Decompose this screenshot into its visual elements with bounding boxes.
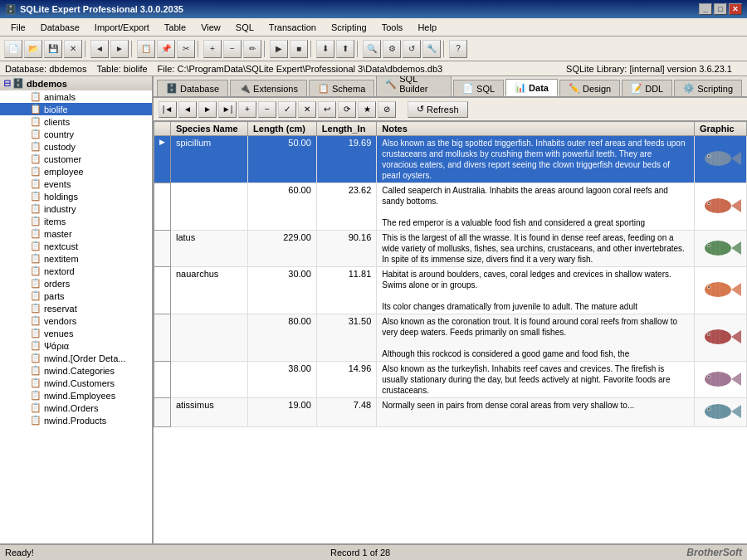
nav-delete-row[interactable]: − [258, 101, 276, 118]
tab-sql-builder[interactable]: 🔨 SQL Builder [376, 76, 452, 96]
toolbar-refresh[interactable]: ↺ [403, 40, 421, 58]
toolbar-cut[interactable]: ✂ [177, 40, 195, 58]
data-table-container[interactable]: Species Name Length (cm) Length_In Notes… [154, 121, 747, 543]
col-header-length[interactable]: Length (cm) [248, 122, 317, 136]
nav-reload[interactable]: ⟳ [338, 101, 356, 118]
menu-database[interactable]: Database [33, 20, 87, 35]
table-row[interactable]: 80.00 31.50 Also known as the coronation… [154, 314, 747, 362]
tree-item-customer[interactable]: 📋customer [0, 153, 152, 165]
tree-item-biolife[interactable]: 📋biolife [0, 103, 152, 115]
toolbar-filter[interactable]: ⚙ [383, 40, 401, 58]
col-header-length-in[interactable]: Length_In [316, 122, 376, 136]
tree-item-_____[interactable]: 📋Ψάρια [0, 339, 152, 352]
tree-item-holdings[interactable]: 📋holdings [0, 190, 152, 202]
tab-scripting[interactable]: ⚙️ Scripting [674, 80, 742, 96]
toolbar-paste[interactable]: 📌 [157, 40, 175, 58]
tree-item-reservat[interactable]: 📋reservat [0, 302, 152, 314]
toolbar-back[interactable]: ◄ [90, 40, 109, 58]
tree-item-clients[interactable]: 📋clients [0, 115, 152, 128]
toolbar-export[interactable]: ⬆ [336, 40, 354, 58]
col-header-notes[interactable]: Notes [377, 122, 695, 136]
toolbar-import[interactable]: ⬇ [316, 40, 334, 58]
sep4 [264, 41, 267, 57]
tree-item-items[interactable]: 📋items [0, 215, 152, 227]
tree-item-nwind_Categories[interactable]: 📋nwind.Categories [0, 364, 152, 377]
tab-design[interactable]: ✏️ Design [559, 80, 620, 96]
toolbar-open[interactable]: 📂 [24, 40, 42, 58]
nav-first[interactable]: |◄ [159, 101, 177, 118]
toolbar-search[interactable]: 🔍 [363, 40, 381, 58]
tree-item-nwind_Employees[interactable]: 📋nwind.Employees [0, 389, 152, 402]
toolbar-close[interactable]: ✕ [64, 40, 82, 58]
menu-view[interactable]: View [193, 20, 228, 35]
menu-help[interactable]: Help [410, 20, 444, 35]
nav-confirm[interactable]: ✓ [278, 101, 296, 118]
tree-item-nextcust[interactable]: 📋nextcust [0, 240, 152, 252]
col-header-species[interactable]: Species Name [171, 122, 248, 136]
tab-ddl[interactable]: 📝 DDL [622, 80, 672, 96]
menu-table[interactable]: Table [157, 20, 193, 35]
toolbar-forward[interactable]: ► [110, 40, 129, 58]
tree-item-venues[interactable]: 📋venues [0, 327, 152, 339]
tree-item-nextord[interactable]: 📋nextord [0, 265, 152, 277]
tree-item-parts[interactable]: 📋parts [0, 290, 152, 302]
table-row[interactable]: atissimus 19.00 7.48 Normally seen in pa… [154, 398, 747, 427]
tree-item-custody[interactable]: 📋custody [0, 140, 152, 153]
tree-item-animals[interactable]: 📋animals [0, 90, 152, 103]
tree-item-events[interactable]: 📋events [0, 178, 152, 190]
toolbar-add[interactable]: + [203, 40, 222, 58]
tree-item-nwind_Customers[interactable]: 📋nwind.Customers [0, 377, 152, 389]
tree-item-employee[interactable]: 📋employee [0, 165, 152, 178]
svg-point-42 [705, 404, 731, 419]
minimize-button[interactable]: _ [699, 3, 712, 15]
tab-schema[interactable]: 📋 Schema [309, 80, 374, 96]
tree-item-orders[interactable]: 📋orders [0, 277, 152, 290]
nav-edit[interactable]: ↩ [318, 101, 336, 118]
tab-sql[interactable]: 📄 SQL [453, 80, 504, 96]
toolbar-help[interactable]: ? [449, 40, 467, 58]
nav-next[interactable]: ► [198, 101, 217, 118]
table-row[interactable]: ▶ spicillum 50.00 19.69 Also known as th… [154, 136, 747, 183]
maximize-button[interactable]: □ [714, 3, 727, 15]
toolbar-edit[interactable]: ✏ [243, 40, 261, 58]
table-row[interactable]: 60.00 23.62 Called seaperch in Australia… [154, 183, 747, 231]
tree-item-label: reservat [44, 304, 77, 314]
table-row[interactable]: nauarchus 30.00 11.81 Habitat is around … [154, 267, 747, 314]
tab-database[interactable]: 🗄️ Database [157, 80, 228, 96]
toolbar-stop[interactable]: ■ [290, 40, 308, 58]
tab-data[interactable]: 📊 Data [505, 79, 558, 96]
tab-extensions[interactable]: 🔌 Extensions [230, 80, 307, 96]
tree-item-industry[interactable]: 📋industry [0, 202, 152, 215]
table-row[interactable]: latus 229.00 90.16 This is the largest o… [154, 231, 747, 267]
sidebar[interactable]: ⊟ 🗄️ dbdemos 📋animals📋biolife📋clients📋co… [0, 76, 154, 543]
tree-item-nextitem[interactable]: 📋nextitem [0, 252, 152, 265]
close-button[interactable]: ✕ [729, 3, 742, 15]
toolbar-delete[interactable]: − [223, 40, 242, 58]
col-header-graphic[interactable]: Graphic [695, 122, 747, 136]
table-row[interactable]: 38.00 14.96 Also known as the turkeyfish… [154, 362, 747, 398]
toolbar-settings[interactable]: 🔧 [422, 40, 441, 58]
refresh-button[interactable]: ↺ Refresh [408, 101, 468, 118]
menu-tools[interactable]: Tools [374, 20, 411, 35]
tree-item-nwind__Order_Deta___[interactable]: 📋nwind.[Order Deta... [0, 352, 152, 364]
nav-cancel[interactable]: ✕ [298, 101, 316, 118]
tree-item-vendors[interactable]: 📋vendors [0, 314, 152, 327]
nav-clear-filter[interactable]: ⊘ [378, 101, 396, 118]
toolbar-new[interactable]: 📄 [4, 40, 22, 58]
menu-scripting[interactable]: Scripting [324, 20, 374, 35]
menu-file[interactable]: File [3, 20, 33, 35]
menu-import-export[interactable]: Import/Export [87, 20, 157, 35]
nav-prev[interactable]: ◄ [178, 101, 197, 118]
nav-add-row[interactable]: + [238, 101, 256, 118]
tree-item-country[interactable]: 📋country [0, 128, 152, 140]
menu-transaction[interactable]: Transaction [261, 20, 324, 35]
toolbar-save[interactable]: 💾 [44, 40, 62, 58]
nav-filter[interactable]: ★ [358, 101, 376, 118]
nav-last[interactable]: ►| [218, 101, 237, 118]
tree-item-master[interactable]: 📋master [0, 227, 152, 240]
menu-sql[interactable]: SQL [228, 20, 261, 35]
tree-item-nwind_Products[interactable]: 📋nwind.Products [0, 414, 152, 426]
tree-item-nwind_Orders[interactable]: 📋nwind.Orders [0, 402, 152, 414]
toolbar-copy[interactable]: 📋 [137, 40, 155, 58]
toolbar-run[interactable]: ▶ [270, 40, 288, 58]
